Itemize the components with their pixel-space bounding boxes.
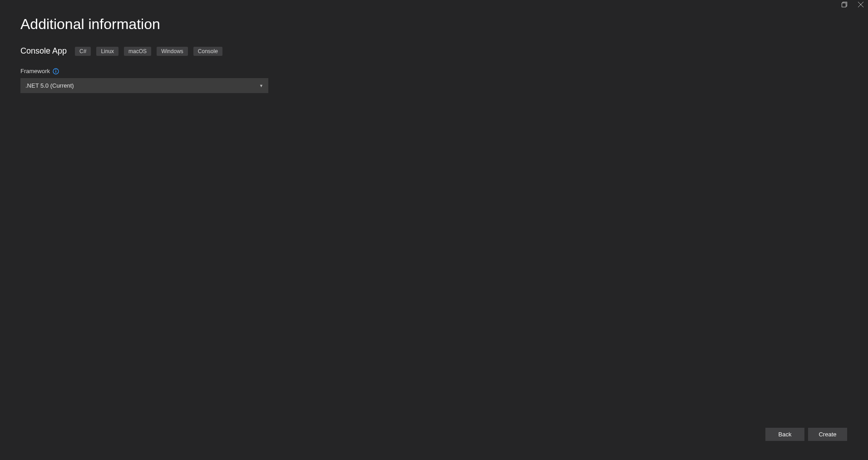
back-button[interactable]: Back xyxy=(765,428,804,441)
maximize-icon[interactable] xyxy=(841,1,848,8)
project-row: Console App C# Linux macOS Windows Conso… xyxy=(20,46,848,56)
tag: Windows xyxy=(157,47,188,56)
main-content: Additional information Console App C# Li… xyxy=(0,0,868,117)
close-icon[interactable] xyxy=(857,1,864,8)
framework-group: Framework .NET 5.0 (Current) ▼ xyxy=(20,68,848,93)
footer: Back Create xyxy=(765,428,847,441)
framework-select[interactable]: .NET 5.0 (Current) ▼ xyxy=(20,78,268,93)
tag: C# xyxy=(75,47,91,56)
svg-point-7 xyxy=(55,69,56,70)
svg-rect-1 xyxy=(842,3,846,7)
chevron-down-icon: ▼ xyxy=(259,84,263,88)
page-title: Additional information xyxy=(20,16,848,33)
create-button[interactable]: Create xyxy=(808,428,847,441)
framework-label-row: Framework xyxy=(20,68,848,74)
titlebar xyxy=(841,0,868,14)
tag: Console xyxy=(193,47,222,56)
framework-selected-value: .NET 5.0 (Current) xyxy=(25,82,74,89)
framework-label: Framework xyxy=(20,68,50,74)
tag: macOS xyxy=(124,47,151,56)
tag: Linux xyxy=(96,47,118,56)
info-icon[interactable] xyxy=(53,68,59,74)
project-name: Console App xyxy=(20,46,67,56)
